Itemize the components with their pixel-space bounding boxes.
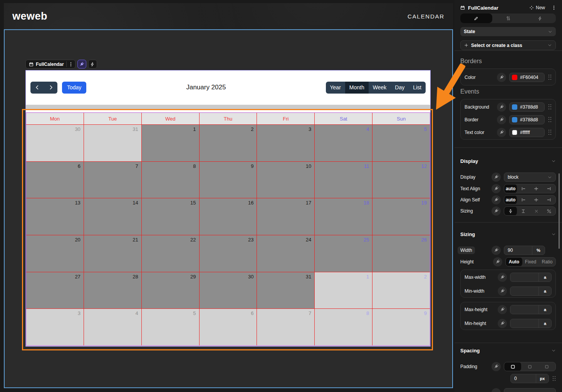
padding-all-sides[interactable] xyxy=(504,362,521,371)
text-align-right[interactable] xyxy=(543,184,555,193)
sizing-fixed[interactable] xyxy=(517,206,530,216)
day-cell[interactable]: 4 xyxy=(84,309,142,345)
day-cell[interactable]: 5 xyxy=(372,125,430,161)
height-option-fixed[interactable]: Fixed xyxy=(522,257,539,266)
bind-event-button[interactable] xyxy=(497,115,506,124)
section-spacing-header[interactable]: Spacing xyxy=(460,348,556,353)
day-cell[interactable]: 1 xyxy=(315,272,372,309)
day-cell[interactable]: 6 xyxy=(200,309,257,345)
day-cell[interactable]: 28 xyxy=(84,272,142,309)
day-cell[interactable]: 29 xyxy=(142,272,200,309)
display-select[interactable]: block xyxy=(504,173,556,182)
day-cell[interactable]: 7 xyxy=(257,309,315,345)
next-month-button[interactable] xyxy=(44,82,57,94)
bind-height-button[interactable] xyxy=(493,257,502,266)
day-cell[interactable]: 23 xyxy=(200,235,257,272)
event-color-input[interactable]: #3788d8 xyxy=(509,115,545,124)
align-self-end[interactable] xyxy=(543,195,555,204)
bind-max-width-button[interactable] xyxy=(498,273,507,282)
sidebar-scrollbar[interactable] xyxy=(559,173,560,249)
day-cell[interactable]: 10 xyxy=(257,162,315,198)
tab-styles[interactable] xyxy=(460,13,492,23)
day-cell[interactable]: 3 xyxy=(26,309,84,345)
day-cell[interactable]: 27 xyxy=(26,272,84,309)
day-cell[interactable]: 20 xyxy=(26,235,84,272)
drag-handle[interactable] xyxy=(548,129,552,136)
max-height-unit-button[interactable]: a xyxy=(539,305,551,314)
day-cell[interactable]: 2 xyxy=(372,272,430,309)
text-align-left[interactable] xyxy=(517,184,530,193)
day-cell[interactable]: 8 xyxy=(142,162,200,198)
event-color-input[interactable]: #3788d8 xyxy=(509,102,545,112)
bind-sizing-button[interactable] xyxy=(492,206,501,216)
max-width-unit-button[interactable]: a xyxy=(539,273,551,281)
sizing-none[interactable] xyxy=(530,206,543,216)
bind-event-button[interactable] xyxy=(497,102,506,112)
padding-individual[interactable] xyxy=(539,362,555,371)
min-height-unit-button[interactable]: a xyxy=(539,319,551,328)
day-cell[interactable]: 9 xyxy=(372,309,430,345)
bind-padding-button[interactable] xyxy=(492,362,501,371)
day-cell[interactable]: 24 xyxy=(257,235,315,272)
day-cell[interactable]: 11 xyxy=(315,162,372,198)
bind-align-self-button[interactable] xyxy=(492,195,501,204)
bind-min-width-button[interactable] xyxy=(498,286,507,296)
sizing-percent[interactable] xyxy=(543,206,555,216)
view-button-year[interactable]: Year xyxy=(326,82,345,94)
day-cell[interactable]: 1 xyxy=(142,125,200,161)
day-cell[interactable]: 26 xyxy=(372,235,430,272)
class-selector[interactable]: Select or create a class xyxy=(460,40,556,50)
text-align-auto[interactable]: auto xyxy=(504,184,517,193)
tab-settings[interactable] xyxy=(492,13,524,23)
drag-handle[interactable] xyxy=(552,375,556,382)
day-cell[interactable]: 30 xyxy=(26,125,84,161)
bind-data-button[interactable] xyxy=(77,60,86,69)
today-button[interactable]: Today xyxy=(62,82,86,94)
day-cell[interactable]: 8 xyxy=(315,309,372,345)
day-cell[interactable]: 18 xyxy=(315,198,372,235)
width-unit-button[interactable]: % xyxy=(532,246,545,255)
day-cell[interactable]: 25 xyxy=(315,235,372,272)
bind-event-button[interactable] xyxy=(497,128,506,137)
text-align-center[interactable] xyxy=(530,184,543,193)
day-cell[interactable]: 15 xyxy=(142,198,200,235)
padding-input[interactable]: 0 xyxy=(511,376,536,381)
day-cell[interactable]: 7 xyxy=(84,162,142,198)
new-button[interactable]: New xyxy=(529,5,545,10)
day-cell[interactable]: 14 xyxy=(84,198,142,235)
bind-min-height-button[interactable] xyxy=(498,319,507,328)
bind-border-button[interactable] xyxy=(497,73,506,82)
view-button-week[interactable]: Week xyxy=(369,82,391,94)
day-cell[interactable]: 13 xyxy=(26,198,84,235)
height-option-auto[interactable]: Auto xyxy=(506,257,522,266)
padding-axis[interactable] xyxy=(521,362,538,371)
state-dropdown[interactable]: State xyxy=(460,27,556,36)
view-button-list[interactable]: List xyxy=(409,82,426,94)
bind-max-height-button[interactable] xyxy=(498,305,507,314)
align-self-auto[interactable]: auto xyxy=(504,195,517,204)
day-cell[interactable]: 2 xyxy=(200,125,257,161)
day-cell[interactable]: 21 xyxy=(84,235,142,272)
drag-handle[interactable] xyxy=(548,104,552,110)
padding-unit-button[interactable]: px xyxy=(536,374,549,383)
day-cell[interactable]: 31 xyxy=(84,125,142,161)
day-cell[interactable]: 12 xyxy=(372,162,430,198)
drag-handle[interactable] xyxy=(548,74,552,80)
height-option-ratio[interactable]: Ratio xyxy=(539,257,555,266)
event-color-input[interactable]: #ffffff xyxy=(509,128,545,137)
day-cell[interactable]: 22 xyxy=(142,235,200,272)
kebab-menu-icon[interactable] xyxy=(552,5,556,10)
align-self-start[interactable] xyxy=(517,195,530,204)
width-input[interactable]: 90 xyxy=(504,248,532,253)
day-cell[interactable]: 17 xyxy=(257,198,315,235)
drag-handle[interactable] xyxy=(548,117,552,123)
prev-month-button[interactable] xyxy=(30,82,44,94)
min-width-unit-button[interactable]: a xyxy=(539,287,551,295)
day-cell[interactable]: 16 xyxy=(200,198,257,235)
day-cell[interactable]: 5 xyxy=(142,309,200,345)
sizing-fit[interactable] xyxy=(504,206,517,216)
day-cell[interactable]: 3 xyxy=(257,125,315,161)
view-button-day[interactable]: Day xyxy=(391,82,409,94)
section-sizing-header[interactable]: Sizing xyxy=(460,231,556,237)
day-cell[interactable]: 31 xyxy=(257,272,315,309)
